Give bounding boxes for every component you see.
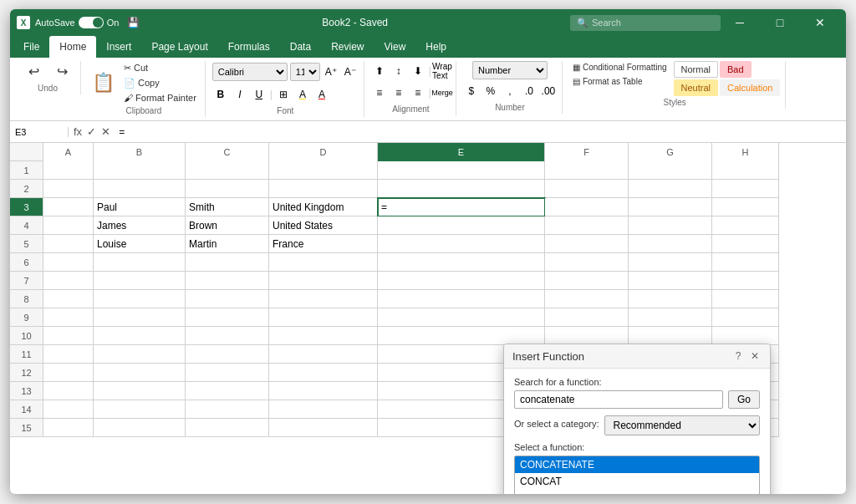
list-item-concatenate[interactable]: CONCATENATE [515, 456, 759, 473]
cell-e10[interactable] [378, 327, 545, 345]
search-bar[interactable]: 🔍 Search [570, 15, 721, 31]
cell-h10[interactable] [712, 327, 779, 345]
row-num-1[interactable]: 1 [10, 161, 43, 180]
row-num-11[interactable]: 11 [10, 345, 43, 364]
cell-c8[interactable] [186, 290, 269, 308]
tab-insert[interactable]: Insert [96, 36, 141, 58]
col-header-h[interactable]: H [712, 143, 779, 161]
maximize-button[interactable]: □ [761, 11, 799, 34]
col-header-a[interactable]: A [43, 143, 94, 161]
tab-data[interactable]: Data [280, 36, 321, 58]
style-calculation[interactable]: Calculation [720, 79, 780, 96]
italic-button[interactable]: I [232, 86, 248, 103]
cell-d8[interactable] [269, 290, 378, 308]
row-num-7[interactable]: 7 [10, 272, 43, 290]
wrap-text-button[interactable]: Wrap Text [434, 63, 451, 79]
cell-c10[interactable] [186, 327, 269, 345]
cell-h4[interactable] [712, 216, 779, 235]
autosave-toggle[interactable] [79, 17, 104, 28]
cell-b7[interactable] [94, 272, 186, 290]
align-center-button[interactable]: ≡ [390, 84, 407, 101]
align-left-button[interactable]: ≡ [371, 84, 388, 101]
tab-view[interactable]: View [374, 36, 416, 58]
fill-color-button[interactable]: A [294, 86, 311, 103]
cell-a13[interactable] [43, 382, 94, 400]
cancel-icon[interactable]: ✕ [99, 125, 112, 138]
cell-c13[interactable] [186, 382, 269, 400]
align-bottom-button[interactable]: ⬇ [410, 63, 426, 79]
cell-b10[interactable] [94, 327, 186, 345]
align-top-button[interactable]: ⬆ [371, 63, 388, 79]
minimize-button[interactable]: ─ [721, 11, 759, 34]
cell-e8[interactable] [378, 290, 545, 308]
cell-b13[interactable] [94, 382, 186, 400]
go-button[interactable]: Go [728, 390, 760, 409]
cell-a10[interactable] [43, 327, 94, 345]
tab-formulas[interactable]: Formulas [218, 36, 280, 58]
list-item-textjoin[interactable]: TEXTJOIN [515, 490, 759, 494]
cell-b14[interactable] [94, 400, 186, 419]
cell-a11[interactable] [43, 345, 94, 364]
cell-e1[interactable] [378, 161, 545, 180]
cell-d6[interactable] [269, 253, 378, 272]
cell-h2[interactable] [712, 180, 779, 198]
col-header-g[interactable]: G [629, 143, 712, 161]
cell-a2[interactable] [43, 180, 94, 198]
cell-h1[interactable] [712, 161, 779, 180]
cell-d2[interactable]: Country [269, 180, 378, 198]
col-header-b[interactable]: B [94, 143, 186, 161]
dec-decrease-button[interactable]: .00 [540, 83, 557, 99]
style-bad[interactable]: Bad [720, 61, 752, 78]
cell-h3[interactable] [712, 198, 779, 216]
cell-g2[interactable] [629, 180, 712, 198]
cell-reference-box[interactable]: E3 [10, 127, 69, 137]
cell-f6[interactable] [545, 253, 629, 272]
font-increase-button[interactable]: A⁺ [323, 64, 339, 80]
cell-b3[interactable]: Paul [94, 198, 186, 216]
function-search-input[interactable] [514, 390, 723, 409]
cell-h7[interactable] [712, 272, 779, 290]
row-num-8[interactable]: 8 [10, 290, 43, 308]
cell-c5[interactable]: Martin [186, 235, 269, 253]
format-as-table-button[interactable]: ▤ Format as Table [569, 75, 670, 88]
cell-a15[interactable] [43, 419, 94, 437]
tab-help[interactable]: Help [415, 36, 456, 58]
cell-c3[interactable]: Smith [186, 198, 269, 216]
row-num-3[interactable]: 3 [10, 198, 43, 216]
conditional-formatting-button[interactable]: ▦ Conditional Formatting [569, 61, 670, 74]
row-num-2[interactable]: 2 [10, 180, 43, 198]
cell-g9[interactable] [629, 308, 712, 327]
row-num-4[interactable]: 4 [10, 216, 43, 235]
cell-a7[interactable] [43, 272, 94, 290]
cell-c14[interactable] [186, 400, 269, 419]
font-decrease-button[interactable]: A⁻ [342, 64, 359, 80]
cell-d1[interactable] [269, 161, 378, 180]
bold-button[interactable]: B [212, 86, 229, 103]
cell-d12[interactable] [269, 364, 378, 382]
dec-increase-button[interactable]: .0 [521, 83, 538, 99]
percent-button[interactable]: % [482, 83, 499, 99]
check-icon[interactable]: ✓ [85, 125, 98, 138]
cell-f10[interactable] [545, 327, 629, 345]
cell-b9[interactable] [94, 308, 186, 327]
cell-f1[interactable] [545, 161, 629, 180]
save-icon[interactable]: 💾 [127, 17, 140, 28]
cell-a5[interactable] [43, 235, 94, 253]
row-num-10[interactable]: 10 [10, 327, 43, 345]
row-num-9[interactable]: 9 [10, 308, 43, 327]
row-num-13[interactable]: 13 [10, 382, 43, 400]
formula-input[interactable] [115, 126, 846, 138]
cell-h8[interactable] [712, 290, 779, 308]
cell-c4[interactable]: Brown [186, 216, 269, 235]
cell-f5[interactable] [545, 235, 629, 253]
cell-f2[interactable] [545, 180, 629, 198]
cell-a9[interactable] [43, 308, 94, 327]
cell-c12[interactable] [186, 364, 269, 382]
align-right-button[interactable]: ≡ [410, 84, 426, 101]
list-item-concat[interactable]: CONCAT [515, 473, 759, 490]
cell-e5[interactable] [378, 235, 545, 253]
tab-file[interactable]: File [13, 36, 49, 58]
cell-b2[interactable]: First Name [94, 180, 186, 198]
merge-center-button[interactable]: Merge [434, 84, 451, 101]
tab-review[interactable]: Review [321, 36, 374, 58]
